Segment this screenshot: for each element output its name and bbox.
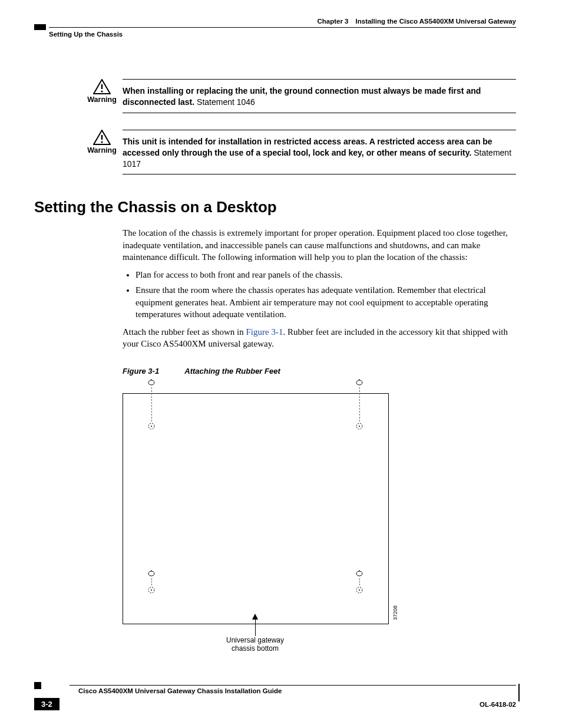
warning-text: When installing or replacing the unit, t… bbox=[123, 79, 516, 113]
svg-point-4 bbox=[148, 380, 154, 385]
warning-block: Warning When installing or replacing the… bbox=[81, 79, 516, 113]
svg-point-7 bbox=[151, 426, 152, 427]
header-rule: Setting Up the Chassis bbox=[34, 27, 516, 44]
arrow-up-icon bbox=[252, 614, 258, 620]
svg-point-3 bbox=[101, 141, 103, 143]
page-footer: Cisco AS5400XM Universal Gateway Chassis… bbox=[34, 685, 516, 710]
svg-point-16 bbox=[356, 571, 362, 576]
document-id: OL-6418-02 bbox=[480, 701, 516, 708]
running-header: Chapter 3 Installing the Cisco AS5400XM … bbox=[34, 18, 516, 25]
svg-point-12 bbox=[148, 571, 154, 576]
warning-icon bbox=[81, 130, 123, 145]
section-name: Setting Up the Chassis bbox=[49, 31, 123, 38]
rubber-foot-icon bbox=[147, 379, 156, 430]
rubber-foot-icon bbox=[355, 379, 363, 430]
section-heading: Setting the Chassis on a Desktop bbox=[34, 198, 516, 216]
body-text: The location of the chassis is extremely… bbox=[123, 227, 516, 350]
svg-point-15 bbox=[151, 589, 152, 591]
attach-paragraph: Attach the rubber feet as shown in Figur… bbox=[123, 326, 516, 350]
figure-title: Attaching the Rubber Feet bbox=[184, 367, 280, 375]
warning-bold-text: This unit is intended for installation i… bbox=[123, 137, 492, 157]
svg-point-8 bbox=[356, 380, 362, 385]
list-item: Plan for access to both front and rear p… bbox=[135, 269, 516, 281]
footer-mark-icon bbox=[34, 682, 41, 689]
warning-bold-text: When installing or replacing the unit, t… bbox=[123, 86, 481, 107]
figure-diagram: 37208 Universal gateway chassis bottom bbox=[123, 381, 394, 653]
book-title: Cisco AS5400XM Universal Gateway Chassis… bbox=[78, 687, 516, 694]
figure-image-id: 37208 bbox=[392, 605, 398, 620]
warning-statement: Statement 1046 bbox=[197, 97, 255, 107]
chapter-number: Chapter 3 bbox=[317, 18, 348, 25]
warning-text: This unit is intended for installation i… bbox=[123, 130, 516, 175]
intro-paragraph: The location of the chassis is extremely… bbox=[123, 227, 516, 263]
warning-label: Warning bbox=[87, 95, 117, 104]
svg-point-11 bbox=[359, 426, 360, 427]
warning-icon bbox=[81, 79, 123, 94]
warning-label: Warning bbox=[87, 146, 117, 154]
callout-line2: chassis bottom bbox=[211, 644, 299, 653]
rubber-foot-icon bbox=[147, 570, 156, 594]
page-number: 3-2 bbox=[34, 698, 59, 710]
list-item: Ensure that the room where the chassis o… bbox=[135, 284, 516, 320]
callout-line1: Universal gateway bbox=[211, 636, 299, 644]
warning-block: Warning This unit is intended for instal… bbox=[81, 130, 516, 175]
chapter-title: Installing the Cisco AS5400XM Universal … bbox=[356, 18, 516, 25]
figure-number: Figure 3-1 bbox=[123, 367, 159, 375]
figure-callout: Universal gateway chassis bottom bbox=[211, 614, 299, 653]
figure-link[interactable]: Figure 3-1 bbox=[246, 327, 283, 337]
svg-point-1 bbox=[101, 90, 103, 92]
figure-caption: Figure 3-1 Attaching the Rubber Feet bbox=[123, 367, 516, 375]
rubber-foot-icon bbox=[355, 570, 363, 594]
chassis-outline bbox=[123, 393, 389, 624]
svg-point-19 bbox=[359, 589, 360, 591]
bullet-list: Plan for access to both front and rear p… bbox=[123, 269, 516, 320]
header-mark-icon bbox=[34, 24, 46, 30]
